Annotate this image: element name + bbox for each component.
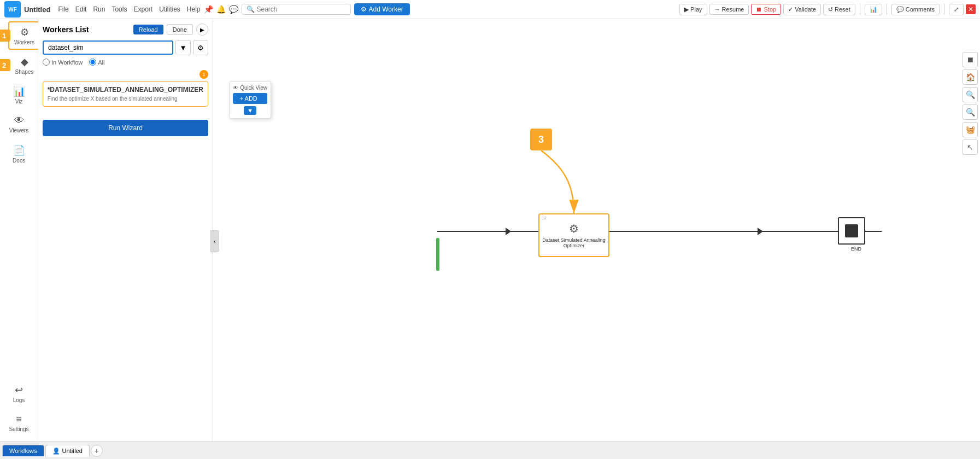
menu-bar: File Edit Run Tools Export Utilities Hel… — [58, 5, 200, 13]
shapes-sidebar-wrap: 2 ◆ Shapes — [0, 51, 41, 79]
chat-icon[interactable]: 💬 — [229, 5, 238, 14]
sidebar-item-logs[interactable]: ↩ Logs — [3, 379, 36, 408]
tab-add-button[interactable]: + — [91, 445, 103, 457]
tab-untitled[interactable]: 👤 Untitled — [45, 445, 90, 457]
radio-in-workflow[interactable]: In Workflow — [43, 59, 83, 66]
add-button[interactable]: + ADD — [233, 93, 267, 104]
menu-edit[interactable]: Edit — [75, 5, 87, 13]
workers-panel: Workers List Reload Done ▶ ▼ ⚙ In Workfl… — [38, 19, 213, 441]
step-number-2: 2 — [0, 59, 10, 71]
end-node-label: END — [851, 246, 861, 252]
reset-button[interactable]: ↺ Reset — [823, 4, 855, 15]
worker-settings-button[interactable]: ⚙ — [193, 40, 208, 55]
menu-utilities[interactable]: Utilities — [159, 5, 180, 13]
comment-icon: 💬 — [896, 6, 904, 13]
docs-icon: 📄 — [13, 144, 25, 156]
app-title: Untitled — [24, 5, 50, 14]
arrow-left — [506, 228, 511, 235]
reset-icon: ↺ — [828, 6, 833, 13]
add-dropdown-button[interactable]: ▼ — [244, 106, 256, 115]
sidebar-item-settings[interactable]: ≡ Settings — [3, 409, 36, 437]
node-label: Dataset Simulated Annealing Optimizer — [539, 237, 608, 248]
tab-bar: Workflows 👤 Untitled + — [0, 441, 980, 459]
main-layout: 1 ⚙ Workers 2 ◆ Shapes 📊 Viz 👁 Viewers 📄… — [0, 19, 980, 441]
radio-all[interactable]: All — [89, 59, 104, 66]
arrow-right — [758, 228, 763, 235]
search-icon: 🔍 — [247, 5, 255, 13]
top-bar: WF Untitled File Edit Run Tools Export U… — [0, 0, 980, 19]
viewers-icon: 👁 — [14, 115, 24, 126]
validate-button[interactable]: ✓ Validate — [783, 4, 821, 15]
step-badge-3: 3 — [530, 129, 552, 150]
node-number: 12 — [542, 216, 547, 220]
pin-icon[interactable]: 📌 — [204, 5, 213, 14]
collapse-panel-button[interactable]: ‹ — [210, 230, 219, 252]
add-worker-button[interactable]: ⚙ Add Worker — [354, 3, 410, 15]
rt-home-button[interactable]: 🏠 — [963, 69, 978, 85]
play-button[interactable]: ▶ Play — [679, 4, 707, 15]
viz-icon: 📊 — [13, 85, 25, 97]
menu-export[interactable]: Export — [133, 5, 152, 13]
stop-button[interactable]: ⏹ Stop — [751, 4, 781, 15]
resume-button[interactable]: → Resume — [709, 4, 749, 15]
done-button[interactable]: Done — [167, 24, 193, 35]
sidebar-item-shapes[interactable]: ◆ Shapes — [8, 51, 41, 79]
worker-search-input[interactable] — [43, 40, 173, 55]
workers-icon: ⚙ — [20, 26, 29, 38]
sidebar-item-docs[interactable]: 📄 Docs — [3, 140, 36, 168]
node-gear-icon: ⚙ — [569, 222, 579, 235]
close-button[interactable]: ✕ — [966, 4, 976, 14]
sidebar-item-viewers[interactable]: 👁 Viewers — [3, 110, 36, 138]
menu-run[interactable]: Run — [93, 5, 105, 13]
eye-icon: 👁 — [233, 85, 238, 91]
tab-untitled-icon: 👤 — [52, 448, 60, 455]
toolbar-right: ▶ Play → Resume ⏹ Stop ✓ Validate ↺ Rese… — [679, 4, 976, 15]
workers-sidebar-wrap: 1 ⚙ Workers — [0, 21, 41, 50]
play-circle-button[interactable]: ▶ — [196, 24, 208, 36]
expand-button[interactable]: ⤢ — [949, 4, 964, 15]
run-wizard-button[interactable]: Run Wizard — [43, 120, 208, 136]
worker-node[interactable]: 12 ⚙ Dataset Simulated Annealing Optimiz… — [538, 213, 609, 257]
workers-header: Workers List Reload Done ▶ — [43, 24, 208, 36]
sidebar-item-viz[interactable]: 📊 Viz — [3, 80, 36, 109]
bell-icon[interactable]: 🔔 — [216, 5, 226, 14]
rt-zoom-in-button[interactable]: 🔍 — [963, 87, 978, 102]
tab-workflows[interactable]: Workflows — [2, 445, 44, 456]
step-number-1: 1 — [0, 30, 10, 42]
search-box: 🔍 — [242, 4, 351, 15]
divider2 — [887, 4, 887, 15]
right-toolbar: ⏹ 🏠 🔍 🔍 🧺 ↖ — [963, 52, 978, 155]
menu-tools[interactable]: Tools — [112, 5, 127, 13]
comments-button[interactable]: 💬 Comments — [891, 4, 940, 15]
rt-zoom-out-button[interactable]: 🔍 — [963, 104, 978, 120]
rt-stop-button[interactable]: ⏹ — [963, 52, 978, 67]
green-bar — [436, 238, 439, 271]
app-logo: WF — [4, 1, 21, 18]
worker-name: *DATASET_SIMULATED_ANNEALING_OPTIMIZER — [48, 86, 203, 94]
resume-icon: → — [714, 6, 720, 13]
search-input[interactable] — [257, 5, 346, 13]
search-filter: ▼ ⚙ — [43, 40, 208, 55]
end-node-inner — [845, 224, 858, 237]
check-icon: ✓ — [788, 6, 793, 13]
reload-button[interactable]: Reload — [133, 25, 163, 34]
count-badge: 1 — [199, 70, 208, 79]
end-node[interactable] — [838, 217, 865, 245]
canvas-area[interactable]: 3 12 ⚙ Dataset Simulated Annealing Optim… — [213, 19, 980, 441]
logs-icon: ↩ — [15, 384, 23, 396]
rt-cursor-button[interactable]: ↖ — [963, 140, 978, 155]
left-sidebar: 1 ⚙ Workers 2 ◆ Shapes 📊 Viz 👁 Viewers 📄… — [0, 19, 38, 441]
gear-icon: ⚙ — [361, 5, 367, 13]
workflow-line — [437, 231, 882, 232]
play-icon: ▶ — [684, 6, 689, 13]
worker-card: *DATASET_SIMULATED_ANNEALING_OPTIMIZER F… — [43, 81, 208, 107]
sidebar-item-workers[interactable]: ⚙ Workers — [8, 21, 41, 50]
menu-help[interactable]: Help — [187, 5, 201, 13]
stop-icon: ⏹ — [756, 6, 762, 13]
metrics-button[interactable]: 📊 — [865, 4, 882, 15]
rt-basket-button[interactable]: 🧺 — [963, 122, 978, 137]
sidebar-bottom: ↩ Logs ≡ Settings — [3, 379, 36, 441]
plus-icon: + — [239, 95, 243, 102]
menu-file[interactable]: File — [58, 5, 68, 13]
filter-button[interactable]: ▼ — [175, 40, 191, 55]
